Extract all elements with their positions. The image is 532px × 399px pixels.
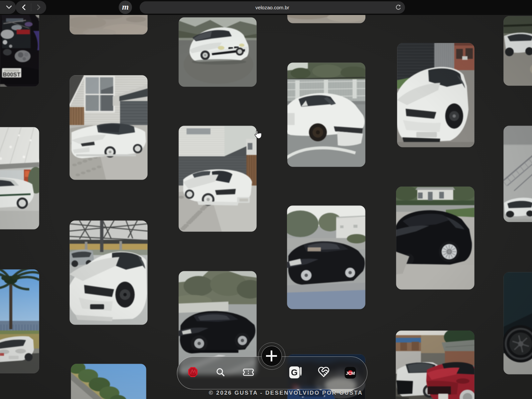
svg-text:B00ST: B00ST xyxy=(3,71,21,78)
svg-text:JCM: JCM xyxy=(346,371,355,376)
svg-text:G: G xyxy=(291,367,298,377)
